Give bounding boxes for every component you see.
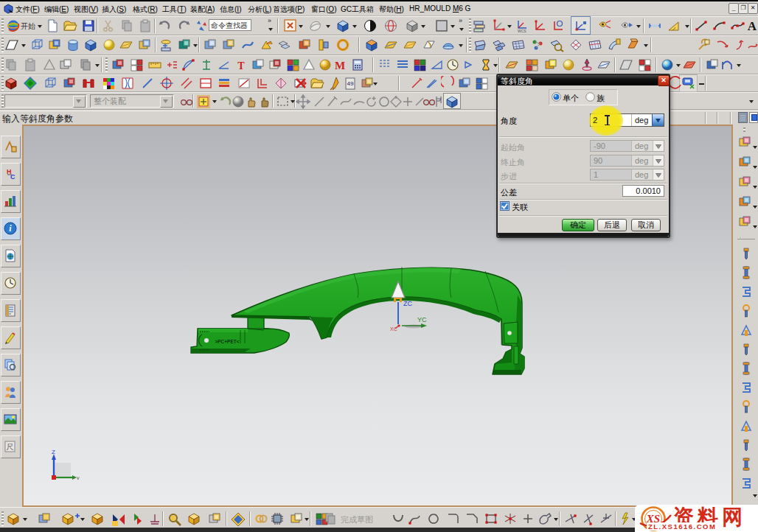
svg-text:Z: Z [52, 449, 55, 455]
svg-text:>PC+PET<: >PC+PET< [215, 339, 239, 344]
svg-text:YC: YC [417, 316, 427, 323]
svg-text:A: A [748, 19, 757, 33]
svg-text:ZC: ZC [403, 300, 412, 307]
svg-text:T: T [237, 60, 245, 71]
svg-text:M: M [335, 60, 345, 71]
svg-text:WCS: WCS [518, 29, 526, 33]
svg-text:v: v [77, 475, 80, 480]
svg-text:尺: 尺 [7, 443, 14, 451]
svg-text:49: 49 [347, 80, 354, 87]
svg-text:XC: XC [390, 326, 397, 332]
